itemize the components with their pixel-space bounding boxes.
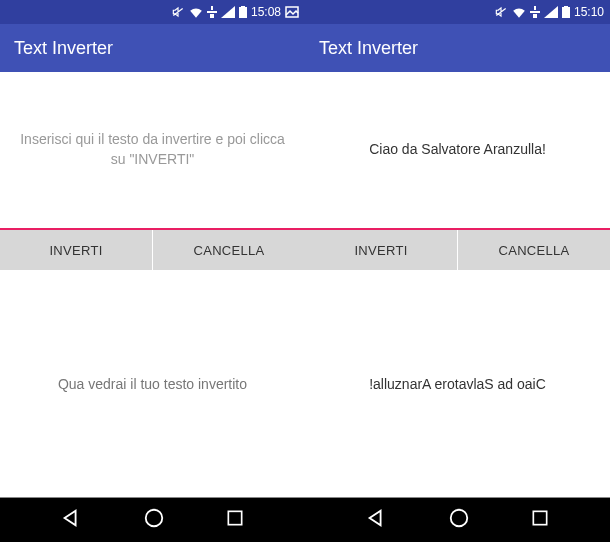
svg-rect-1: [241, 6, 245, 7]
svg-point-3: [145, 510, 162, 527]
back-icon[interactable]: [365, 507, 387, 533]
battery-icon: [562, 6, 570, 18]
clear-button[interactable]: CANCELLA: [458, 230, 610, 270]
recent-icon[interactable]: [225, 508, 245, 532]
app-title: Text Inverter: [319, 38, 418, 59]
status-time: 15:08: [251, 5, 281, 19]
signal-icon: [221, 6, 235, 18]
status-time: 15:10: [574, 5, 604, 19]
output-value: !alluznarA erotavlaS ad oaiC: [369, 376, 546, 392]
mute-icon: [494, 5, 508, 19]
text-output: !alluznarA erotavlaS ad oaiC: [305, 270, 610, 498]
text-input[interactable]: Ciao da Salvatore Aranzulla!: [305, 72, 610, 230]
invert-button[interactable]: INVERTI: [0, 230, 153, 270]
clear-button[interactable]: CANCELLA: [153, 230, 305, 270]
app-bar: Text Inverter: [0, 24, 305, 72]
text-output: Qua vedrai il tuo testo invertito: [0, 270, 305, 498]
status-bar: 15:08: [0, 0, 305, 24]
back-icon[interactable]: [60, 507, 82, 533]
content-area: Ciao da Salvatore Aranzulla! INVERTI CAN…: [305, 72, 610, 498]
button-row: INVERTI CANCELLA: [0, 230, 305, 270]
wifi-icon: [189, 6, 203, 18]
home-icon[interactable]: [448, 507, 470, 533]
text-input[interactable]: Inserisci qui il testo da invertire e po…: [0, 72, 305, 230]
signal-icon: [544, 6, 558, 18]
home-icon[interactable]: [143, 507, 165, 533]
nav-bar: [0, 498, 305, 542]
recent-icon[interactable]: [530, 508, 550, 532]
input-placeholder: Inserisci qui il testo da invertire e po…: [20, 130, 285, 169]
app-bar: Text Inverter: [305, 24, 610, 72]
phone-right: 15:10 Text Inverter Ciao da Salvatore Ar…: [305, 0, 610, 542]
svg-point-7: [450, 510, 467, 527]
mute-icon: [171, 5, 185, 19]
button-row: INVERTI CANCELLA: [305, 230, 610, 270]
svg-rect-0: [239, 7, 247, 18]
nav-bar: [305, 498, 610, 542]
status-bar: 15:10: [305, 0, 610, 24]
app-title: Text Inverter: [14, 38, 113, 59]
svg-rect-5: [562, 7, 570, 18]
network-icon: [530, 6, 540, 18]
content-area: Inserisci qui il testo da invertire e po…: [0, 72, 305, 498]
network-icon: [207, 6, 217, 18]
image-icon: [285, 6, 299, 18]
phone-left: 15:08 Text Inverter Inserisci qui il tes…: [0, 0, 305, 542]
svg-rect-6: [564, 6, 568, 7]
svg-rect-4: [228, 511, 241, 524]
battery-icon: [239, 6, 247, 18]
output-placeholder: Qua vedrai il tuo testo invertito: [58, 376, 247, 392]
input-value: Ciao da Salvatore Aranzulla!: [369, 140, 546, 160]
wifi-icon: [512, 6, 526, 18]
invert-button[interactable]: INVERTI: [305, 230, 458, 270]
svg-rect-8: [533, 511, 546, 524]
